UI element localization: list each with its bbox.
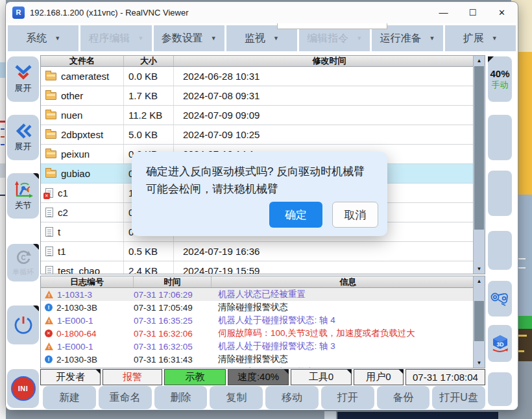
chevron-down-icon: ▼ (492, 35, 498, 42)
log-row[interactable]: 1-E000-1 07-31 16:35:25 机器人处于碰撞报警状态: 轴 4 (41, 314, 485, 327)
drag-teach-button[interactable] (488, 281, 512, 317)
chevron-down-icon: ▼ (273, 35, 279, 42)
close-button[interactable]: ✕ (487, 2, 516, 23)
file-row[interactable]: nuen 11.2 KB 2024-07-09 09:09 (41, 106, 485, 125)
log-row[interactable]: 1-1031-3 07-31 17:06:29 机器人状态已经被重置 (41, 288, 485, 301)
file-table-header[interactable]: 文件名 大小 修改时间 (41, 56, 485, 67)
move-button[interactable]: 移动 (265, 386, 319, 409)
3d-cube-icon: 3D (490, 334, 511, 353)
file-row[interactable]: t1 0.5 KB 2024-07-19 16:36 (41, 242, 485, 261)
new-button[interactable]: 新建 (43, 386, 96, 409)
open-button[interactable]: 打开 (321, 386, 374, 409)
log-table-scrollbar[interactable]: ▲ ▼ (473, 276, 485, 368)
maximize-button[interactable]: ☐ (458, 2, 487, 23)
status-user[interactable]: 用户0 (354, 369, 404, 385)
log-header-msg[interactable]: 信息 (212, 276, 485, 287)
corner-triangle-icon (33, 244, 39, 250)
folder-icon (45, 150, 56, 158)
ini-button[interactable]: INI (7, 369, 39, 408)
file-row[interactable]: cameratest 0.0 KB 2024-06-28 10:31 (41, 67, 485, 86)
joint-mode-button[interactable]: 关节 (7, 173, 39, 219)
delete-button[interactable]: 删除 (154, 386, 208, 409)
file-table-scrollbar[interactable]: ▲ ▼ (473, 56, 485, 274)
copy-button[interactable]: 复制 (210, 386, 263, 409)
chevron-down-icon: ▼ (356, 35, 362, 42)
info-icon (45, 355, 53, 363)
rename-button[interactable]: 重命名 (99, 386, 152, 409)
log-header-id[interactable]: 日志编号 (41, 276, 134, 287)
file-header-date[interactable]: 修改时间 (174, 56, 485, 66)
log-row[interactable]: 1-E000-1 机器人处于碰撞报警状态 (41, 366, 485, 368)
robot-joint-icon (13, 180, 34, 198)
status-mode-teach[interactable]: 示教 (164, 369, 226, 385)
controller-icon (490, 291, 511, 307)
chevrons-down-icon (14, 64, 33, 81)
rail-button-empty[interactable] (488, 372, 512, 406)
power-icon (13, 315, 34, 335)
file-row[interactable]: other 1.7 KB 2024-07-08 09:31 (41, 86, 485, 106)
menu-monitor[interactable]: 监视 ▼ (226, 25, 297, 51)
corner-triangle-icon (33, 173, 39, 179)
scroll-up-icon[interactable]: ▲ (477, 56, 482, 66)
rail-button-empty[interactable] (488, 115, 512, 160)
3d-view-button[interactable]: 3D (488, 325, 512, 362)
scroll-up-icon[interactable]: ▲ (477, 276, 482, 286)
backup-button[interactable]: 备份 (377, 386, 430, 409)
status-alarm[interactable]: 报警 (103, 369, 162, 385)
power-button[interactable] (7, 305, 39, 344)
titlebar[interactable]: R 192.168.1.200 (x11vnc) - RealVNC Viewe… (6, 2, 518, 23)
log-header-time[interactable]: 时间 (134, 276, 212, 287)
file-header-name[interactable]: 文件名 (41, 56, 124, 66)
menu-parameter-settings[interactable]: 参数设置 ▼ (154, 25, 224, 51)
confirm-button[interactable]: 确定 (269, 202, 322, 228)
expand-down-button[interactable]: 展开 (7, 56, 39, 102)
scrollbar-thumb[interactable] (474, 301, 484, 341)
corner-triangle-icon (95, 369, 101, 374)
folder-icon (45, 170, 56, 178)
status-role[interactable]: 开发者 (40, 369, 101, 385)
log-row[interactable]: 2-1030-3B 07-31 16:31:43 清除碰撞报警状态 (41, 353, 485, 366)
chevron-down-icon: ▼ (54, 35, 60, 42)
file-row[interactable]: 2dbpxtest 5.0 KB 2024-07-09 10:25 (41, 125, 485, 145)
status-speed[interactable]: 速度:40% (228, 369, 289, 385)
file-row[interactable]: test_chao 2.4 KB 2024-07-19 15:59 (41, 261, 485, 274)
minimize-button[interactable]: — (429, 2, 458, 23)
log-row[interactable]: 1-E000-1 07-31 16:32:05 机器人处于碰撞报警状态: 轴 3 (41, 340, 485, 353)
dialog-message-line2: 可能会松闸，请扶稳机械臂 (146, 180, 373, 198)
info-icon (45, 304, 53, 311)
corner-triangle-icon (284, 369, 289, 374)
chevrons-left-icon (14, 123, 33, 139)
vnc-toolbar-notch[interactable] (277, 23, 387, 29)
document-icon (45, 227, 53, 237)
log-row[interactable]: 2-1030-3B 07-31 17:05:49 清除碰撞报警状态 (41, 301, 485, 314)
scrollbar-thumb[interactable] (474, 66, 484, 230)
single-cycle-icon: C (14, 249, 32, 266)
realvnc-logo-icon: R (12, 6, 25, 19)
chevron-down-icon: ▼ (429, 35, 435, 42)
open-usb-button[interactable]: 打开U盘 (432, 386, 485, 409)
chevron-down-icon: ▼ (211, 35, 217, 42)
menu-program-edit: 程序编辑 ▼ (80, 25, 151, 51)
vnc-window: R 192.168.1.200 (x11vnc) - RealVNC Viewe… (5, 1, 518, 410)
rail-button-empty[interactable] (488, 171, 512, 216)
speed-mode-button[interactable]: 40% 手动 (488, 56, 512, 102)
menu-edit-command: 编辑指令 ▼ (299, 25, 370, 51)
expand-left-button[interactable]: 展开 (7, 115, 39, 160)
window-title: 192.168.1.200 (x11vnc) - RealVNC Viewer (30, 8, 188, 18)
menu-run-prepare[interactable]: 运行准备 ▼ (372, 25, 442, 51)
status-tool[interactable]: 工具0 (291, 369, 352, 385)
file-header-size[interactable]: 大小 (124, 56, 174, 66)
remote-desktop-view: 系统 ▼ 程序编辑 ▼ 参数设置 ▼ 监视 ▼ 编辑指令 ▼ 运行准备 ▼ (6, 23, 518, 410)
scroll-down-icon[interactable]: ▼ (477, 358, 482, 368)
menu-extension[interactable]: 扩展 ▼ (445, 25, 516, 51)
rail-button-empty[interactable] (488, 231, 512, 270)
menu-system[interactable]: 系统 ▼ (8, 25, 79, 51)
scroll-down-icon[interactable]: ▼ (477, 264, 482, 274)
log-row[interactable]: 0-1800-64 07-31 16:32:06 伺服故障码：100,关节3过载… (41, 327, 485, 340)
dialog-message-line1: 确定进入反向驱动模式吗? 反向驱动时机械臂 (146, 163, 373, 180)
status-time: 07-31 17:08:04 (405, 369, 485, 385)
log-table-header[interactable]: 日志编号 时间 信息 (41, 276, 485, 288)
cancel-button[interactable]: 取消 (332, 202, 378, 228)
corner-triangle-icon (398, 369, 404, 374)
chevron-down-icon: ▼ (138, 35, 143, 42)
